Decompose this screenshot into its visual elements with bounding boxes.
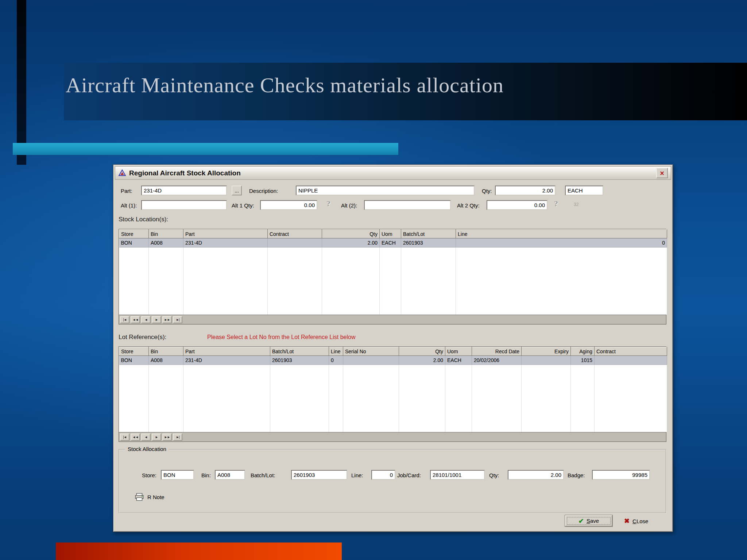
column-header[interactable]: Line xyxy=(456,230,667,238)
close-icon[interactable]: × xyxy=(656,168,668,178)
save-button[interactable]: ✔ Save xyxy=(565,515,612,526)
column-header[interactable]: Uom xyxy=(445,347,472,356)
nav-next-button[interactable]: ► xyxy=(152,316,161,323)
column-header[interactable]: Line xyxy=(329,347,343,356)
part-input[interactable] xyxy=(141,186,227,195)
column-header[interactable]: Batch/Lot xyxy=(401,230,456,238)
decorative-strip xyxy=(17,0,26,165)
table-cell: 2.00 xyxy=(322,238,380,248)
x-icon: ✖ xyxy=(624,517,630,525)
column-header[interactable]: Qty xyxy=(322,230,380,238)
table-cell: BON xyxy=(119,238,149,248)
batch-lot-input[interactable] xyxy=(291,470,347,480)
column-header[interactable]: Part xyxy=(183,230,268,238)
stock-locations-header-row: Store Bin Part Contract Qty Uom Batch/Lo… xyxy=(119,230,667,238)
nav-fast-next-button[interactable]: ►► xyxy=(162,433,172,441)
stock-locations-navbar: |◄ ◄◄ ◄ ► ►► ►| xyxy=(119,315,666,324)
column-header[interactable]: Serial No xyxy=(343,347,399,356)
column-header[interactable]: Batch/Lot xyxy=(270,347,329,356)
column-header[interactable]: Qty xyxy=(399,347,445,356)
empty-grid-area xyxy=(119,248,667,315)
column-header[interactable]: Bin xyxy=(149,230,183,238)
uom-input[interactable] xyxy=(565,186,603,195)
alt2-help-icon[interactable]: ? xyxy=(554,199,558,209)
save-button-label: Save xyxy=(587,518,599,524)
column-header[interactable]: Expiry xyxy=(522,347,571,356)
slide-title: Aircraft Maintenance Checks materials al… xyxy=(66,73,722,97)
stock-locations-label: Stock Location(s): xyxy=(119,216,168,223)
nav-fast-prev-button[interactable]: ◄◄ xyxy=(131,433,140,441)
store-label: Store: xyxy=(142,472,156,478)
qty-label: Qty: xyxy=(482,188,492,194)
accent-bar xyxy=(13,143,398,155)
column-header[interactable]: Contract xyxy=(595,347,667,356)
table-cell: A008 xyxy=(149,356,183,365)
allocation-qty-input[interactable] xyxy=(508,470,564,480)
nav-last-button[interactable]: ►| xyxy=(173,316,182,323)
check-icon: ✔ xyxy=(578,517,584,525)
table-row[interactable]: BON A008 231-4D 2.00 EACH 2601903 0 xyxy=(119,238,667,248)
table-cell: 231-4D xyxy=(183,356,270,365)
description-label: Description: xyxy=(249,188,278,194)
part-label: Part: xyxy=(121,188,132,194)
nav-next-button[interactable]: ► xyxy=(152,433,161,441)
column-header[interactable]: Contract xyxy=(268,230,322,238)
table-cell: 2601903 xyxy=(401,238,456,248)
job-card-input[interactable] xyxy=(430,470,485,480)
nav-first-button[interactable]: |◄ xyxy=(120,433,129,441)
description-input[interactable] xyxy=(296,186,475,195)
alt2-label: Alt (2): xyxy=(341,202,357,209)
bottom-accent-bar xyxy=(56,542,342,560)
line-input[interactable] xyxy=(371,470,395,480)
badge-input[interactable] xyxy=(592,470,650,480)
nav-prev-button[interactable]: ◄ xyxy=(141,433,151,441)
table-cell: EACH xyxy=(445,356,472,365)
alt2-qty-label: Alt 2 Qty: xyxy=(457,202,480,209)
slide-background: Aircraft Maintenance Checks materials al… xyxy=(0,0,747,560)
column-header[interactable]: Store xyxy=(119,347,149,356)
nav-last-button[interactable]: ►| xyxy=(173,433,182,441)
window-title: Regional Aircraft Stock Allocation xyxy=(129,169,656,177)
table-cell: A008 xyxy=(149,238,183,248)
column-header[interactable]: Uom xyxy=(380,230,401,238)
nav-prev-button[interactable]: ◄ xyxy=(141,316,151,323)
alt1-input[interactable] xyxy=(141,200,227,210)
table-cell: 231-4D xyxy=(183,238,268,248)
r-note-control[interactable]: R Note xyxy=(135,493,165,501)
table-cell: 2.00 xyxy=(399,356,445,365)
column-header[interactable]: Recd Date xyxy=(472,347,522,356)
table-cell: 20/02/2006 xyxy=(472,356,522,365)
store-input[interactable] xyxy=(161,470,194,480)
alt1-help-icon[interactable]: ? xyxy=(326,199,330,209)
app-icon xyxy=(118,169,126,177)
qty-input[interactable] xyxy=(495,186,556,195)
table-row[interactable]: BON A008 231-4D 2601903 0 2.00 EACH 20/0… xyxy=(119,356,667,365)
nav-first-button[interactable]: |◄ xyxy=(120,316,129,323)
bin-input[interactable] xyxy=(215,470,245,480)
table-cell: 2601903 xyxy=(270,356,329,365)
alt1-qty-label: Alt 1 Qty: xyxy=(232,202,254,209)
alt2-input[interactable] xyxy=(364,200,451,210)
close-button[interactable]: ✖ CLose xyxy=(624,516,648,526)
table-cell: EACH xyxy=(380,238,401,248)
table-cell xyxy=(522,356,571,365)
stock-allocation-window: Regional Aircraft Stock Allocation × Par… xyxy=(113,164,673,532)
nav-fast-prev-button[interactable]: ◄◄ xyxy=(131,316,140,323)
nav-fast-next-button[interactable]: ►► xyxy=(162,316,172,323)
stock-allocation-group-label: Stock Allocation xyxy=(125,446,169,452)
alt1-qty-input[interactable] xyxy=(260,200,317,210)
column-header[interactable]: Store xyxy=(119,230,149,238)
window-titlebar[interactable]: Regional Aircraft Stock Allocation × xyxy=(115,166,671,180)
batch-lot-label: Batch/Lot: xyxy=(251,472,275,478)
part-browse-button[interactable]: ... xyxy=(232,186,242,195)
allocation-qty-label: Qty: xyxy=(489,472,499,478)
column-header[interactable]: Part xyxy=(183,347,270,356)
bin-label: Bin: xyxy=(201,472,211,478)
alt2-qty-input[interactable] xyxy=(487,200,547,210)
lot-reference-notice: Please Select a Lot No from the Lot Refe… xyxy=(207,334,355,341)
column-header[interactable]: Bin xyxy=(149,347,183,356)
table-cell xyxy=(268,238,322,248)
faint-mark: 32 xyxy=(574,202,578,207)
column-header[interactable]: Aging xyxy=(571,347,595,356)
lot-references-label: Lot Reference(s): xyxy=(119,334,166,341)
